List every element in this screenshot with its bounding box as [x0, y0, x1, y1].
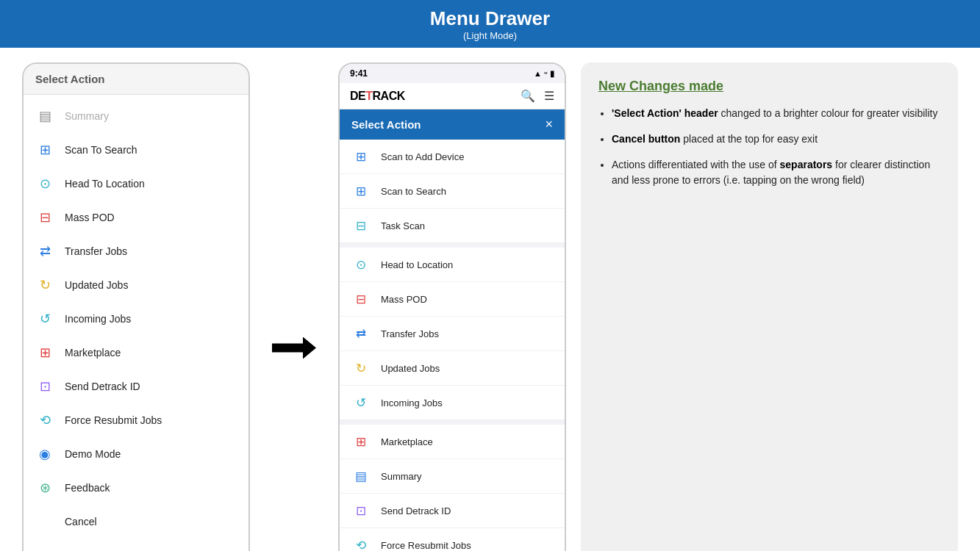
- arrow-container: [265, 62, 323, 551]
- incoming-jobs-icon: ↺: [35, 309, 54, 328]
- old-menu-item-send-detrack-id[interactable]: ⊡ Send Detrack ID: [24, 370, 248, 403]
- transfer-jobs-new-icon: ⇄: [351, 324, 371, 343]
- head-to-location-label: Head To Location: [65, 178, 145, 190]
- updated-jobs-new-icon: ↻: [351, 359, 371, 378]
- feedback-label: Feedback: [65, 482, 110, 494]
- head-to-location-new-icon: ⊙: [351, 255, 371, 274]
- marketplace-label: Marketplace: [65, 347, 121, 359]
- old-menu-item-mass-pod[interactable]: ⊟ Mass POD: [24, 201, 248, 234]
- change-bold-1: 'Select Action' header: [612, 107, 718, 119]
- status-bar: 9:41 ▲ ᵕ ▮: [340, 64, 565, 83]
- scan-add-device-new-label: Scan to Add Device: [381, 151, 464, 162]
- old-menu-item-head-to-location[interactable]: ⊙ Head To Location: [24, 167, 248, 201]
- scan-add-device-new-icon: ⊞: [351, 147, 371, 166]
- updated-jobs-new-label: Updated Jobs: [381, 363, 440, 374]
- new-menu-item-scan-add-device[interactable]: ⊞ Scan to Add Device: [340, 140, 565, 174]
- change-item-2: Cancel button placed at the top for easy…: [612, 132, 940, 147]
- summary-label: Summary: [65, 110, 109, 122]
- head-to-location-icon: ⊙: [35, 174, 54, 193]
- new-menu-list: ⊞ Scan to Add Device ⊞ Scan to Search ⊟ …: [340, 140, 565, 551]
- modal-title: Select Action: [351, 118, 421, 131]
- old-menu-item-feedback[interactable]: ⊛ Feedback: [24, 471, 248, 505]
- send-detrack-id-icon: ⊡: [35, 377, 54, 396]
- modal-header: Select Action ×: [340, 109, 565, 140]
- status-icons: ▲ ᵕ ▮: [534, 69, 554, 79]
- header-title: Menu Drawer: [15, 7, 965, 30]
- app-bar: DETRACK 🔍 ☰: [340, 83, 565, 109]
- old-menu-item-force-resubmit[interactable]: ⟲ Force Resubmit Jobs: [24, 403, 248, 437]
- change-text-1: changed to a brighter colour for greater…: [721, 107, 938, 119]
- old-menu-item-scan-to-search[interactable]: ⊞ Scan To Search: [24, 133, 248, 167]
- changes-title: New Changes made: [598, 79, 940, 94]
- new-menu-item-mass-pod[interactable]: ⊟ Mass POD: [340, 282, 565, 317]
- new-phone-mockup: 9:41 ▲ ᵕ ▮ DETRACK 🔍 ☰ Select Action × ⊞…: [338, 62, 566, 551]
- task-scan-new-label: Task Scan: [381, 220, 425, 231]
- updated-jobs-icon: ↻: [35, 276, 54, 295]
- force-resubmit-icon: ⟲: [35, 411, 54, 430]
- new-menu-item-head-to-location[interactable]: ⊙ Head to Location: [340, 248, 565, 282]
- changes-panel: New Changes made 'Select Action' header …: [581, 62, 958, 551]
- transfer-jobs-new-label: Transfer Jobs: [381, 328, 439, 339]
- old-menu-item-summary[interactable]: ▤ Summary: [24, 99, 248, 133]
- scan-to-search-new-label: Scan to Search: [381, 186, 446, 197]
- transfer-jobs-icon: ⇄: [35, 242, 54, 261]
- send-detrack-id-label: Send Detrack ID: [65, 381, 140, 392]
- head-to-location-new-label: Head to Location: [381, 259, 453, 270]
- scan-to-search-icon: ⊞: [35, 140, 54, 159]
- old-menu-item-demo-mode[interactable]: ◉ Demo Mode: [24, 437, 248, 471]
- new-menu-item-marketplace[interactable]: ⊞ Marketplace: [340, 425, 565, 459]
- change-item-1: 'Select Action' header changed to a brig…: [612, 106, 940, 121]
- new-menu-item-send-detrack-id[interactable]: ⊡ Send Detrack ID: [340, 494, 565, 528]
- main-content: Select Action ▤ Summary ⊞ Scan To Search…: [0, 48, 980, 551]
- incoming-jobs-new-icon: ↺: [351, 393, 371, 412]
- transfer-jobs-label: Transfer Jobs: [65, 245, 127, 257]
- change-bold-2: Cancel button: [612, 133, 680, 145]
- old-menu-item-cancel[interactable]: Cancel: [24, 505, 248, 539]
- new-menu-item-transfer-jobs[interactable]: ⇄ Transfer Jobs: [340, 317, 565, 351]
- new-menu-item-summary[interactable]: ▤ Summary: [340, 459, 565, 494]
- force-resubmit-new-label: Force Resubmit Jobs: [381, 540, 471, 551]
- demo-mode-icon: ◉: [35, 444, 54, 464]
- force-resubmit-label: Force Resubmit Jobs: [65, 414, 162, 426]
- change-item-3: Actions differentiated with the use of s…: [612, 157, 940, 188]
- search-icon[interactable]: 🔍: [521, 89, 535, 103]
- header-bar: Menu Drawer (Light Mode): [0, 0, 980, 48]
- marketplace-new-label: Marketplace: [381, 436, 433, 447]
- new-menu-item-force-resubmit[interactable]: ⟲ Force Resubmit Jobs: [340, 528, 565, 551]
- old-menu-item-incoming-jobs[interactable]: ↺ Incoming Jobs: [24, 302, 248, 336]
- task-scan-new-icon: ⊟: [351, 216, 371, 235]
- scan-to-search-new-icon: ⊞: [351, 181, 371, 201]
- send-detrack-id-new-icon: ⊡: [351, 501, 371, 520]
- menu-icon[interactable]: ☰: [544, 89, 554, 103]
- change-text-2: placed at the top for easy exit: [683, 133, 818, 145]
- changes-list: 'Select Action' header changed to a brig…: [598, 106, 940, 188]
- arrow-right-icon: [272, 337, 316, 359]
- new-menu-item-scan-to-search[interactable]: ⊞ Scan to Search: [340, 174, 565, 209]
- updated-jobs-label: Updated Jobs: [65, 279, 128, 291]
- detrack-logo: DETRACK: [350, 90, 405, 103]
- cancel-label: Cancel: [65, 516, 97, 527]
- modal-close-button[interactable]: ×: [545, 117, 553, 132]
- status-time: 9:41: [350, 68, 368, 79]
- send-detrack-id-new-label: Send Detrack ID: [381, 505, 451, 516]
- mass-pod-new-label: Mass POD: [381, 294, 427, 305]
- summary-icon: ▤: [35, 107, 54, 126]
- marketplace-new-icon: ⊞: [351, 432, 371, 451]
- old-menu-item-transfer-jobs[interactable]: ⇄ Transfer Jobs: [24, 234, 248, 268]
- marketplace-icon: ⊞: [35, 343, 54, 362]
- old-phone-header: Select Action: [24, 64, 248, 95]
- scan-to-search-label: Scan To Search: [65, 144, 137, 156]
- old-menu-list: ▤ Summary ⊞ Scan To Search ⊙ Head To Loc…: [24, 95, 248, 551]
- new-menu-item-updated-jobs[interactable]: ↻ Updated Jobs: [340, 351, 565, 386]
- summary-new-label: Summary: [381, 471, 422, 482]
- new-menu-item-task-scan[interactable]: ⊟ Task Scan: [340, 209, 565, 243]
- cancel-icon: [35, 512, 54, 531]
- incoming-jobs-new-label: Incoming Jobs: [381, 397, 443, 408]
- old-menu-item-updated-jobs[interactable]: ↻ Updated Jobs: [24, 268, 248, 302]
- mass-pod-new-icon: ⊟: [351, 289, 371, 309]
- mass-pod-icon: ⊟: [35, 208, 54, 227]
- app-bar-icons: 🔍 ☰: [521, 89, 554, 103]
- new-menu-item-incoming-jobs[interactable]: ↺ Incoming Jobs: [340, 386, 565, 420]
- change-text-3a: Actions differentiated with the use of: [612, 159, 780, 170]
- old-menu-item-marketplace[interactable]: ⊞ Marketplace: [24, 336, 248, 370]
